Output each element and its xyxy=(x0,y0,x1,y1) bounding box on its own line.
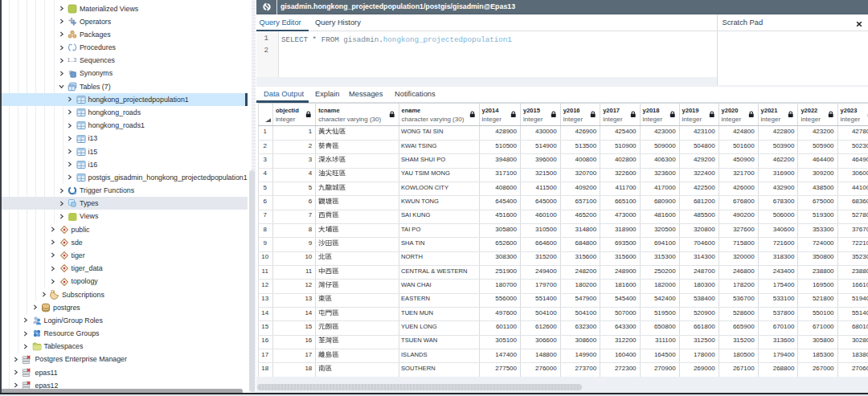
svg-text:1..3: 1..3 xyxy=(68,58,76,63)
